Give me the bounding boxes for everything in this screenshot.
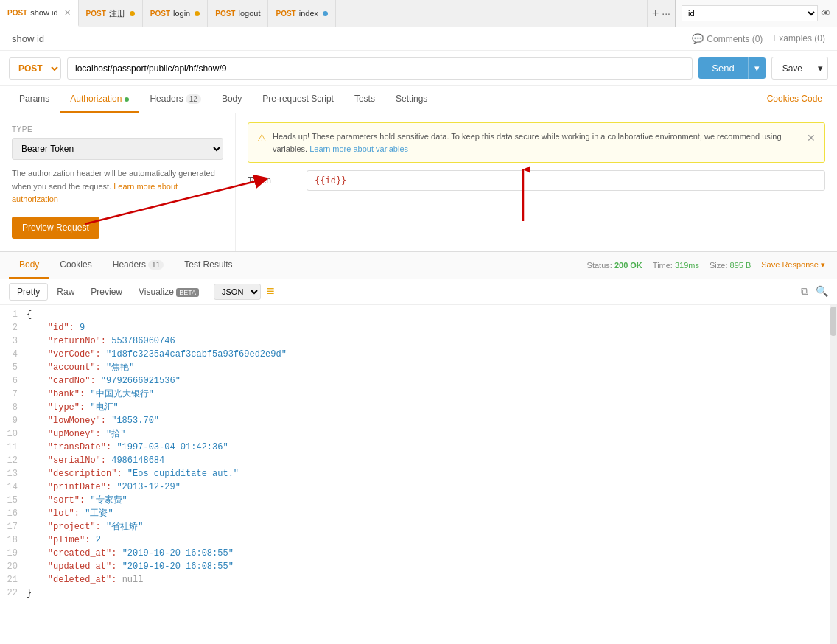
format-tab-raw[interactable]: Raw bbox=[49, 284, 82, 300]
auth-left: TYPE Bearer Token No Auth API Key Basic … bbox=[0, 113, 236, 251]
toolbar-right-icons: ⧉ 🔍 bbox=[801, 285, 828, 298]
code-segment-key: "lot": bbox=[27, 508, 85, 519]
warning-close-button[interactable]: ✕ bbox=[807, 130, 816, 146]
line-content: "pTime": 2 bbox=[27, 533, 830, 547]
auth-type-select[interactable]: Bearer Token No Auth API Key Basic Auth bbox=[12, 138, 223, 160]
line-number: 5 bbox=[0, 361, 27, 374]
line-number: 11 bbox=[0, 441, 27, 454]
line-content: "transDate": "1997-03-04 01:42:36" bbox=[27, 441, 830, 454]
tab-row: POSTshow id✕POST注册POSTloginPOSTlogoutPOS… bbox=[0, 0, 837, 27]
code-segment-key: "description": bbox=[27, 469, 127, 479]
req-tab-pre-request-script[interactable]: Pre-request Script bbox=[252, 86, 344, 113]
tab-controls: + ··· bbox=[647, 0, 675, 27]
response-tab-headers[interactable]: Headers11 bbox=[102, 252, 174, 279]
response-tabs-bar: BodyCookiesHeaders11Test Results Status:… bbox=[0, 252, 837, 279]
code-segment-key: "transDate": bbox=[27, 442, 116, 452]
line-content: "returnNo": 553786060746 bbox=[27, 335, 830, 348]
req-tab-settings[interactable]: Settings bbox=[385, 86, 438, 113]
code-segment-key: "project": bbox=[27, 522, 106, 532]
save-button[interactable]: Save bbox=[771, 57, 813, 80]
scrollbar-thumb[interactable] bbox=[830, 307, 836, 336]
code-segment-key: "verCode": bbox=[27, 349, 106, 360]
line-number: 12 bbox=[0, 454, 27, 467]
tab-show-id[interactable]: POSTshow id✕ bbox=[0, 0, 79, 27]
url-bar: POST GET Send ▾ Save ▾ bbox=[0, 51, 837, 86]
more-tabs-icon[interactable]: ··· bbox=[662, 7, 670, 19]
warning-banner: ⚠ Heads up! These parameters hold sensit… bbox=[248, 122, 825, 163]
token-input[interactable] bbox=[307, 170, 825, 191]
save-dropdown-button[interactable]: ▾ bbox=[813, 57, 828, 80]
code-segment-string: "省社矫" bbox=[106, 522, 143, 532]
time-label: Time: 319ms bbox=[653, 261, 699, 270]
send-button-group: Send ▾ bbox=[698, 57, 765, 79]
line-number: 21 bbox=[0, 573, 27, 587]
format-tab-visualize[interactable]: Visualize BETA bbox=[131, 284, 206, 300]
filter-icon[interactable]: ≡ bbox=[267, 284, 275, 299]
code-segment-number: 4986148684 bbox=[111, 455, 164, 466]
close-tab-icon[interactable]: ✕ bbox=[64, 8, 71, 18]
code-segment-key: "pTime": bbox=[27, 535, 96, 545]
tab-login[interactable]: POSTlogin bbox=[143, 0, 208, 27]
code-segment-number: 2 bbox=[96, 535, 101, 545]
response-tab-cookies[interactable]: Cookies bbox=[49, 252, 102, 279]
req-tab-headers[interactable]: Headers12 bbox=[139, 86, 211, 113]
url-input[interactable] bbox=[67, 57, 693, 80]
line-number: 13 bbox=[0, 467, 27, 480]
code-line: 21 "deleted_at": null bbox=[0, 573, 830, 587]
learn-more-variables-link[interactable]: Learn more about variables bbox=[309, 144, 408, 153]
line-number: 6 bbox=[0, 374, 27, 388]
add-tab-icon[interactable]: + bbox=[652, 7, 659, 20]
search-icon[interactable]: 🔍 bbox=[816, 285, 828, 298]
send-dropdown-button[interactable]: ▾ bbox=[748, 57, 766, 79]
code-segment-string: "拾" bbox=[106, 429, 125, 439]
preview-request-button[interactable]: Preview Request bbox=[12, 217, 99, 239]
code-segment-key: "upMoney": bbox=[27, 429, 106, 439]
code-line: 15 "sort": "专家费" bbox=[0, 494, 830, 507]
line-number: 16 bbox=[0, 507, 27, 520]
eye-button[interactable]: 👁 bbox=[821, 7, 831, 19]
code-segment-string: "2019-10-20 16:08:55" bbox=[122, 548, 234, 559]
line-number: 1 bbox=[0, 308, 27, 321]
tab-注册[interactable]: POST注册 bbox=[79, 0, 143, 27]
cookies-link[interactable]: Cookies Code bbox=[761, 86, 828, 113]
id-select[interactable]: id bbox=[682, 5, 818, 21]
line-number: 7 bbox=[0, 388, 27, 401]
code-view: 1{2 "id": 93 "returnNo": 5537860607464 "… bbox=[0, 305, 837, 644]
line-number: 22 bbox=[0, 587, 27, 600]
line-content: "deleted_at": null bbox=[27, 573, 830, 587]
code-line: 19 "created_at": "2019-10-20 16:08:55" bbox=[0, 547, 830, 560]
response-tab-test-results[interactable]: Test Results bbox=[174, 252, 242, 279]
examples-link[interactable]: Examples (0) bbox=[773, 33, 825, 44]
req-tab-authorization[interactable]: Authorization bbox=[60, 86, 139, 113]
code-segment-null: null bbox=[122, 575, 144, 585]
send-button[interactable]: Send bbox=[698, 57, 747, 79]
req-tab-params[interactable]: Params bbox=[9, 86, 60, 113]
token-row: Token bbox=[248, 170, 825, 191]
save-response-button[interactable]: Save Response ▾ bbox=[761, 260, 825, 270]
tab-index[interactable]: POSTindex bbox=[268, 0, 336, 27]
code-segment-key: "cardNo": bbox=[27, 376, 101, 386]
code-segment-string: "1997-03-04 01:42:36" bbox=[116, 442, 228, 452]
code-line: 3 "returnNo": 553786060746 bbox=[0, 335, 830, 348]
scrollbar[interactable] bbox=[830, 305, 837, 644]
format-tab-preview[interactable]: Preview bbox=[83, 284, 130, 300]
title-bar: show id 💬 Comments (0) Examples (0) bbox=[0, 27, 837, 51]
title-actions: 💬 Comments (0) Examples (0) bbox=[692, 33, 825, 44]
response-tab-body[interactable]: Body bbox=[9, 252, 49, 279]
format-tab-pretty[interactable]: Pretty bbox=[9, 283, 48, 301]
line-content: } bbox=[27, 587, 830, 600]
line-content: "description": "Eos cupiditate aut." bbox=[27, 467, 830, 480]
json-format-select[interactable]: JSON XML HTML bbox=[214, 284, 261, 300]
method-select[interactable]: POST GET bbox=[9, 57, 61, 80]
req-tab-tests[interactable]: Tests bbox=[344, 86, 385, 113]
copy-icon[interactable]: ⧉ bbox=[801, 285, 808, 298]
learn-more-link[interactable]: Learn more about authorization bbox=[12, 182, 178, 204]
code-line: 18 "pTime": 2 bbox=[0, 533, 830, 547]
tab-logout[interactable]: POSTlogout bbox=[208, 0, 268, 27]
code-segment-key: "serialNo": bbox=[27, 455, 111, 466]
auth-type-label: TYPE bbox=[12, 125, 223, 133]
req-tab-body[interactable]: Body bbox=[211, 86, 252, 113]
code-content: 1{2 "id": 93 "returnNo": 5537860607464 "… bbox=[0, 305, 830, 644]
comments-link[interactable]: 💬 Comments (0) bbox=[692, 33, 763, 44]
code-line: 22} bbox=[0, 587, 830, 600]
